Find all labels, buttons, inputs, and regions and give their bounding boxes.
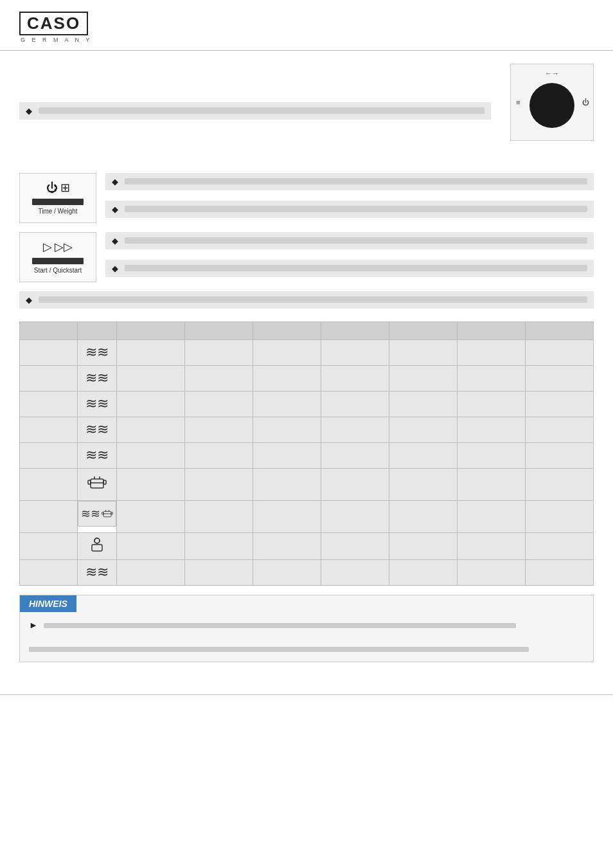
program-table: ≋≋ ≋≋ — [19, 321, 594, 586]
hinweis-section: HINWEIS ► — [19, 595, 594, 662]
time-weight-icon-box: ⏻ ⊞ Time / Weight — [19, 173, 96, 223]
row4-col5 — [253, 417, 321, 442]
row1-col1 — [20, 339, 78, 365]
row8-col4 — [185, 532, 253, 559]
th-col2 — [78, 321, 117, 339]
row3-col6 — [321, 391, 389, 417]
row5-col5 — [253, 442, 321, 468]
th-col7 — [389, 321, 458, 339]
row2-col8 — [458, 365, 526, 391]
device-top-icons: ←→ — [545, 69, 559, 77]
row6-col4 — [185, 468, 253, 500]
arrow-icon: ←→ — [545, 69, 559, 77]
row8-col6 — [321, 532, 389, 559]
table-row: ≋≋ — [20, 365, 594, 391]
table-row: ≋≋ — [20, 339, 594, 365]
row4-col3 — [117, 417, 185, 442]
row1-icon: ≋≋ — [78, 339, 117, 365]
row8-col7 — [389, 532, 458, 559]
sq-diamond-row-1: ◆ — [105, 232, 594, 249]
row7-icon: ≋≋ — [78, 501, 116, 527]
row6-col5 — [253, 468, 321, 500]
row5-col1 — [20, 442, 78, 468]
row4-icon: ≋≋ — [78, 417, 117, 442]
th-col4 — [185, 321, 253, 339]
footer — [0, 694, 613, 714]
hinweis-body: ► — [20, 612, 593, 662]
row5-col3 — [117, 442, 185, 468]
row4-col8 — [458, 417, 526, 442]
person-icon — [88, 536, 106, 554]
row1-col3 — [117, 339, 185, 365]
table-row: ≋≋ — [20, 500, 594, 532]
bottom-diamond-row: ◆ — [19, 291, 594, 309]
th-col8 — [458, 321, 526, 339]
row6-col3 — [117, 468, 185, 500]
row9-col6 — [321, 559, 389, 585]
diamond-icon-sq1: ◆ — [112, 236, 118, 246]
row2-col6 — [321, 365, 389, 391]
row4-col1 — [20, 417, 78, 442]
svg-point-14 — [94, 538, 100, 543]
ffw-symbol: ▷▷ — [55, 240, 73, 254]
logo-subtext: G E R M A N Y — [21, 37, 92, 43]
row6-col7 — [389, 468, 458, 500]
start-quickstart-row: ▷ ▷▷ Start / Quickstart ◆ ◆ — [19, 232, 594, 282]
row7-col9 — [526, 500, 594, 532]
sq-row-text-2 — [125, 265, 587, 271]
table-row: ≋≋ — [20, 559, 594, 585]
svg-rect-13 — [92, 545, 102, 551]
row2-col9 — [526, 365, 594, 391]
hinweis-text — [44, 623, 515, 628]
th-col6 — [321, 321, 389, 339]
row9-col4 — [185, 559, 253, 585]
row3-col7 — [389, 391, 458, 417]
power-icon: ⏻ — [582, 98, 589, 106]
row6-col8 — [458, 468, 526, 500]
row7-col7 — [389, 500, 458, 532]
svg-rect-0 — [91, 479, 103, 488]
row8-col5 — [253, 532, 321, 559]
pot-icon — [87, 474, 107, 492]
row9-col7 — [389, 559, 458, 585]
row9-col5 — [253, 559, 321, 585]
row2-col5 — [253, 365, 321, 391]
row8-col1 — [20, 532, 78, 559]
hinweis-arrow-icon: ► — [29, 620, 38, 630]
sq-diamond-row-2: ◆ — [105, 260, 594, 277]
row9-icon: ≋≋ — [78, 559, 117, 585]
diamond-icon-bottom: ◆ — [26, 295, 32, 305]
play-symbol: ▷ — [43, 240, 52, 254]
power-symbol: ⏻ — [46, 181, 58, 195]
row1-col8 — [458, 339, 526, 365]
start-quickstart-content: ◆ ◆ — [105, 232, 594, 282]
device-knob — [529, 83, 574, 128]
svg-rect-7 — [102, 512, 103, 514]
diamond-icon-sq2: ◆ — [112, 264, 118, 273]
logo: CASO G E R M A N Y — [19, 12, 92, 43]
time-weight-row: ⏻ ⊞ Time / Weight ◆ ◆ — [19, 173, 594, 223]
row2-col7 — [389, 365, 458, 391]
row9-col8 — [458, 559, 526, 585]
device-image: ←→ ⏻ ≡ — [510, 64, 594, 141]
diamond-icon-top: ◆ — [26, 106, 32, 116]
row1-col5 — [253, 339, 321, 365]
table-row — [20, 532, 594, 559]
th-col3 — [117, 321, 185, 339]
pot-icon-small — [102, 507, 113, 521]
row5-col7 — [389, 442, 458, 468]
lines-icon: ≡ — [516, 98, 520, 106]
row4-col7 — [389, 417, 458, 442]
time-weight-symbols: ⏻ ⊞ — [46, 181, 70, 195]
row1-col9 — [526, 339, 594, 365]
row8-icon — [78, 532, 117, 559]
svg-rect-2 — [103, 480, 106, 484]
row5-col9 — [526, 442, 594, 468]
tw-row-text-1 — [125, 178, 587, 185]
row5-col4 — [185, 442, 253, 468]
table-header-row — [20, 321, 594, 339]
table-row — [20, 468, 594, 500]
row9-col3 — [117, 559, 185, 585]
logo-text: CASO — [19, 12, 88, 35]
row3-col9 — [526, 391, 594, 417]
